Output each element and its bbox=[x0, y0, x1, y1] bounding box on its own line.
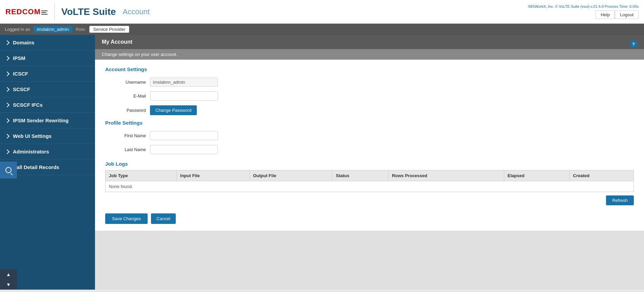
main-content: My Account ? Change settings on your use… bbox=[95, 35, 644, 290]
panel-subtitle: Change settings on your user account. bbox=[102, 52, 177, 57]
scroll-down-button[interactable]: ▼ bbox=[0, 279, 17, 290]
panel-title: My Account bbox=[102, 39, 132, 45]
header-divider bbox=[54, 3, 55, 20]
form-actions: Save Changes Cancel bbox=[105, 213, 634, 224]
logo: REDCOM bbox=[5, 7, 48, 16]
job-logs-title: Job Logs bbox=[105, 161, 634, 167]
first-name-row: First Name bbox=[105, 131, 634, 140]
logout-button[interactable]: Logout bbox=[615, 11, 639, 19]
panel-body: Account Settings Username E-Mail Passwor… bbox=[95, 60, 644, 231]
sidebar-label-domains: Domains bbox=[13, 40, 34, 45]
username-badge: imslabnn_admin bbox=[33, 26, 72, 33]
sidebar-arrow-icscf bbox=[5, 71, 10, 76]
username-input[interactable] bbox=[150, 78, 218, 87]
sidebar-item-admins[interactable]: Administrators bbox=[0, 144, 95, 160]
sidebar-item-ipsm[interactable]: IPSM bbox=[0, 50, 95, 66]
first-name-input[interactable] bbox=[150, 131, 218, 140]
table-row-empty: None found. bbox=[106, 181, 634, 192]
sidebar-item-icscf[interactable]: ICSCF bbox=[0, 66, 95, 82]
sidebar-label-icscf: ICSCF bbox=[13, 71, 28, 77]
scroll-up-button[interactable]: ▲ bbox=[0, 269, 17, 279]
sidebar-nav-arrows: ▲ ▼ bbox=[0, 269, 17, 290]
sidebar-item-scscf[interactable]: SCSCF bbox=[0, 82, 95, 97]
sidebar-arrow-webui bbox=[5, 133, 10, 138]
logo-lines bbox=[41, 11, 48, 15]
sidebar-item-ipsm-sender[interactable]: IPSM Sender Rewriting bbox=[0, 113, 95, 128]
sidebar: Domains IPSM ICSCF SCSCF SCSCF IFCs IPSM… bbox=[0, 35, 95, 290]
change-password-button[interactable]: Change Password bbox=[150, 105, 197, 115]
email-input[interactable] bbox=[150, 91, 218, 101]
email-row: E-Mail bbox=[105, 91, 634, 101]
col-status: Status bbox=[332, 170, 388, 181]
version-text: IMSWorkX, Inc. © VoLTE Suite (vsui) v.21… bbox=[528, 4, 639, 8]
col-output-file: Output File bbox=[249, 170, 332, 181]
profile-settings-title: Profile Settings bbox=[105, 120, 634, 126]
sidebar-label-cdr: Call Detail Records bbox=[13, 164, 59, 170]
role-bar: Logged in as imslabnn_admin Role: Servic… bbox=[0, 24, 644, 35]
last-name-row: Last Name bbox=[105, 145, 634, 154]
sidebar-arrow-admins bbox=[5, 149, 10, 154]
username-row: Username bbox=[105, 78, 634, 87]
app-header: REDCOM VoLTE Suite Account IMSWorkX, Inc… bbox=[0, 0, 644, 24]
sidebar-label-webui: Web UI Settings bbox=[13, 133, 52, 139]
logged-in-label: Logged in as bbox=[5, 27, 30, 32]
app-title: VoLTE Suite bbox=[61, 6, 116, 17]
sidebar-item-domains[interactable]: Domains bbox=[0, 35, 95, 50]
first-name-label: First Name bbox=[105, 133, 146, 138]
content-panel: My Account ? Change settings on your use… bbox=[95, 35, 644, 231]
col-created: Created bbox=[569, 170, 633, 181]
password-row: Password Change Password bbox=[105, 105, 634, 115]
role-badge: Service Provider bbox=[89, 26, 129, 33]
header-nav: Help Logout bbox=[595, 11, 639, 19]
sidebar-label-scscf: SCSCF bbox=[13, 86, 30, 92]
sidebar-label-admins: Administrators bbox=[13, 149, 49, 154]
save-changes-button[interactable]: Save Changes bbox=[105, 213, 148, 224]
password-label: Password bbox=[105, 108, 146, 113]
col-job-type: Job Type bbox=[106, 170, 177, 181]
last-name-input[interactable] bbox=[150, 145, 218, 154]
email-label: E-Mail bbox=[105, 93, 146, 99]
header-right: IMSWorkX, Inc. © VoLTE Suite (vsui) v.21… bbox=[528, 4, 639, 19]
sidebar-label-scscf-ifcs: SCSCF IFCs bbox=[13, 102, 43, 108]
sidebar-item-scscf-ifcs[interactable]: SCSCF IFCs bbox=[0, 97, 95, 113]
account-settings-title: Account Settings bbox=[105, 66, 634, 72]
refresh-button[interactable]: Refresh bbox=[606, 195, 634, 205]
sidebar-search-button[interactable] bbox=[0, 162, 17, 179]
sidebar-arrow-scscf-ifcs bbox=[5, 102, 10, 107]
search-icon bbox=[5, 167, 12, 173]
cancel-button[interactable]: Cancel bbox=[151, 213, 175, 224]
logo-red: REDCOM bbox=[5, 7, 41, 16]
page-title: Account bbox=[123, 7, 150, 16]
sidebar-label-ipsm: IPSM bbox=[13, 55, 25, 61]
panel-subheader: Change settings on your user account. bbox=[95, 49, 644, 60]
last-name-label: Last Name bbox=[105, 147, 146, 152]
main-layout: Domains IPSM ICSCF SCSCF SCSCF IFCs IPSM… bbox=[0, 35, 644, 290]
sidebar-arrow-domains bbox=[5, 40, 10, 45]
job-logs-table: Job Type Input File Output File Status R… bbox=[105, 170, 634, 192]
sidebar-arrow-scscf bbox=[5, 87, 10, 91]
table-action-row: Refresh bbox=[105, 195, 634, 205]
col-elapsed: Elapsed bbox=[504, 170, 569, 181]
sidebar-label-ipsm-sender: IPSM Sender Rewriting bbox=[13, 118, 69, 123]
sidebar-arrow-ipsm bbox=[5, 56, 10, 60]
role-label: Role: bbox=[76, 27, 86, 32]
panel-header: My Account ? bbox=[95, 35, 644, 49]
empty-message: None found. bbox=[106, 181, 634, 192]
sidebar-item-webui[interactable]: Web UI Settings bbox=[0, 128, 95, 144]
help-button[interactable]: Help bbox=[595, 11, 615, 19]
username-label: Username bbox=[105, 80, 146, 85]
help-icon[interactable]: ? bbox=[630, 40, 637, 48]
col-rows-processed: Rows Processed bbox=[389, 170, 504, 181]
col-input-file: Input File bbox=[177, 170, 250, 181]
sidebar-arrow-ipsm-sender bbox=[5, 118, 10, 123]
